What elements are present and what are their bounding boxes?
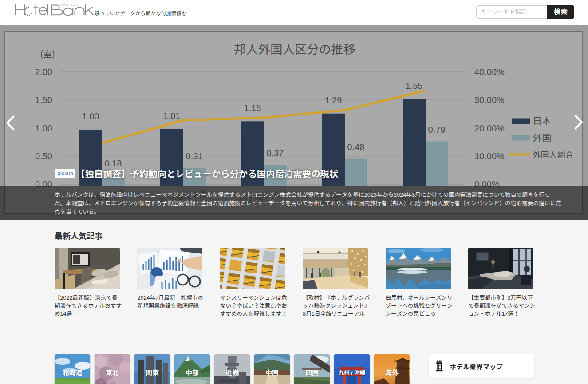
svg-text:30.00%: 30.00% [474, 95, 505, 105]
svg-text:0.48: 0.48 [347, 142, 365, 152]
svg-text:1.00: 1.00 [82, 111, 99, 121]
svg-text:0.79: 0.79 [428, 125, 446, 135]
svg-text:ホテルバンク: ホテルバンク [60, 3, 79, 7]
svg-text:外国: 外国 [533, 131, 551, 144]
svg-text:1.01: 1.01 [163, 111, 181, 121]
svg-text:1.29: 1.29 [325, 95, 342, 105]
svg-text:邦人外国人区分の推移: 邦人外国人区分の推移 [234, 40, 355, 57]
svg-text:20.00%: 20.00% [474, 123, 505, 133]
svg-text:1.55: 1.55 [406, 81, 423, 91]
svg-text:10.00%: 10.00% [474, 151, 505, 161]
svg-text:日本: 日本 [533, 114, 551, 127]
svg-text:2.00: 2.00 [35, 67, 52, 77]
svg-text:(室): (室) [40, 47, 55, 60]
svg-text:0.31: 0.31 [186, 151, 203, 161]
svg-text:0.37: 0.37 [267, 148, 284, 158]
svg-text:0.50: 0.50 [35, 151, 52, 161]
svg-text:外国人割合: 外国人割合 [533, 149, 574, 160]
svg-text:40.00%: 40.00% [474, 67, 505, 77]
svg-text:1.15: 1.15 [244, 103, 261, 113]
svg-text:1.50: 1.50 [35, 95, 52, 105]
svg-text:1.00: 1.00 [35, 123, 52, 133]
